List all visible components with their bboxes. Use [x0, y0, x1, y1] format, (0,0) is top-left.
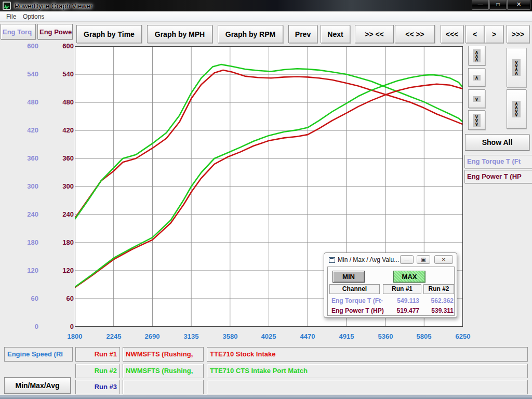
x-tick: 1800 — [57, 332, 93, 340]
y-tick-torque: 420 — [1, 126, 38, 134]
y-tick-power: 240 — [41, 210, 74, 218]
powerdyne-window: PowerDyne Graph Viewer — □ ✕ File Option… — [0, 0, 532, 399]
y-tick-power: 600 — [41, 42, 74, 50]
x-axis-channel-box[interactable]: Engine Speed (RI — [4, 347, 73, 362]
run2-file-box[interactable]: NWMSFTS (Rushing, — [123, 364, 204, 378]
run1-column-header[interactable]: Run #1 — [383, 284, 421, 294]
y-tick-torque: 480 — [1, 98, 38, 106]
chevrons-collapse-icon: ∨∨∧∧ — [512, 59, 520, 76]
y-tick-power: 420 — [41, 126, 74, 134]
minmax-window-icon — [329, 257, 335, 263]
collapse-scale-button[interactable]: ∨∨∧∧ — [507, 48, 526, 87]
scroll-up-fast-button[interactable]: ∧∧∧ — [468, 46, 485, 65]
run3-label: Run #3 — [75, 380, 120, 394]
x-tick: 4915 — [328, 332, 365, 340]
title-bar[interactable]: PowerDyne Graph Viewer — □ ✕ — [0, 0, 532, 11]
y-tick-torque: 120 — [1, 267, 38, 274]
y-tick-power: 180 — [41, 238, 74, 246]
x-tick: 5360 — [367, 332, 404, 340]
expand-scale-button[interactable]: ∧∧∨∨ — [507, 89, 526, 129]
run1-description-box[interactable]: TTE710 Stock Intake — [207, 347, 528, 362]
minmax-values-window[interactable]: Min / Max / Avg Valu... — ▣ ✕ MIN MAX Ch… — [324, 252, 457, 318]
scroll-left-button[interactable]: < — [466, 25, 484, 43]
window-title: PowerDyne Graph Viewer — [15, 2, 92, 10]
app-icon — [3, 2, 11, 10]
torque-run1-max: 549.113 — [383, 297, 419, 304]
run2-description-box[interactable]: TTE710 CTS Intake Port Match — [207, 364, 528, 378]
x-tick: 5805 — [406, 332, 442, 340]
run2-label: Run #2 — [75, 364, 120, 378]
power-row-channel: Eng Power T (HP) — [331, 307, 384, 314]
power-run2-max: 539.311 — [421, 307, 454, 314]
channel-column-header[interactable]: Channel — [329, 284, 380, 294]
x-tick: 4470 — [289, 332, 326, 340]
window-bottom-frame — [0, 395, 532, 399]
run3-file-box[interactable] — [123, 380, 204, 394]
chevron-down-icon: ∨ — [473, 96, 481, 102]
y-tick-torque: 360 — [1, 154, 38, 162]
scroll-right-button[interactable]: > — [485, 25, 503, 43]
chevron-up-triple-icon: ∧∧∧ — [473, 49, 481, 62]
y-tick-torque: 600 — [1, 42, 38, 50]
y-tick-torque: 60 — [1, 295, 38, 302]
next-button[interactable]: Next — [321, 25, 350, 43]
channel-button-power[interactable]: Eng Powe — [37, 24, 73, 39]
run1-file-box[interactable]: NWMSFTS (Rushing, — [123, 347, 204, 362]
prev-button[interactable]: Prev — [288, 25, 317, 43]
chevron-up-icon: ∧ — [473, 75, 481, 81]
legend-torque-channel[interactable]: Eng Torque T (Ft — [464, 155, 532, 168]
scroll-far-left-button[interactable]: <<< — [441, 25, 463, 43]
minmax-restore-button[interactable]: ▣ — [417, 255, 430, 264]
y-tick-torque: 0 — [1, 323, 38, 330]
scroll-far-right-button[interactable]: >>> — [507, 25, 529, 43]
min-toggle-button[interactable]: MIN — [332, 271, 365, 283]
x-tick: 3580 — [212, 332, 248, 340]
x-tick: 4025 — [250, 332, 287, 340]
menu-bar: File Options — [0, 11, 532, 22]
run3-description-box[interactable] — [207, 380, 528, 394]
y-tick-power: 480 — [41, 98, 74, 106]
y-tick-power: 120 — [41, 267, 74, 274]
y-tick-power: 60 — [41, 295, 74, 302]
y-tick-power: 0 — [41, 323, 74, 330]
run2-column-header[interactable]: Run #2 — [423, 284, 454, 294]
y-tick-power: 300 — [41, 182, 74, 190]
menu-options[interactable]: Options — [21, 12, 46, 21]
zoom-in-button[interactable]: >> << — [355, 25, 394, 43]
scroll-up-button[interactable]: ∧ — [468, 68, 485, 87]
chevrons-expand-icon: ∧∧∨∨ — [512, 101, 520, 117]
oscilloscope-icon — [4, 4, 10, 9]
torque-row-channel: Eng Torque T (Ft- — [331, 297, 383, 304]
torque-run2-max: 562.362 — [421, 297, 454, 304]
run1-label: Run #1 — [75, 347, 120, 362]
x-tick: 6250 — [445, 332, 481, 340]
chevron-down-triple-icon: ∨∨∨ — [473, 114, 481, 127]
minmax-close-button[interactable]: ✕ — [434, 255, 453, 264]
menu-file[interactable]: File — [4, 12, 18, 21]
y-tick-torque: 540 — [1, 70, 38, 78]
x-tick: 2690 — [134, 332, 170, 340]
legend-power-channel[interactable]: Eng Power T (HP — [464, 170, 532, 183]
y-tick-torque: 180 — [1, 238, 38, 246]
power-run1-max: 519.477 — [383, 307, 419, 314]
close-button[interactable]: ✕ — [507, 0, 530, 10]
graph-by-rpm-button[interactable]: Graph by RPM — [218, 25, 283, 43]
min-max-avg-button[interactable]: Min/Max/Avg — [4, 377, 71, 394]
show-all-button[interactable]: Show All — [465, 134, 529, 151]
y-tick-power: 540 — [41, 70, 74, 78]
scroll-down-fast-button[interactable]: ∨∨∨ — [468, 110, 485, 130]
minmax-window-title: Min / Max / Avg Valu... — [338, 256, 399, 263]
zoom-out-button[interactable]: << >> — [395, 25, 435, 43]
scroll-down-button[interactable]: ∨ — [468, 89, 485, 108]
x-tick: 2245 — [96, 332, 132, 340]
graph-by-mph-button[interactable]: Graph by MPH — [147, 25, 212, 43]
minimize-button[interactable]: — — [472, 0, 489, 10]
x-tick: 3135 — [173, 332, 209, 340]
graph-by-time-button[interactable]: Graph by Time — [76, 25, 142, 43]
minmax-minimize-button[interactable]: — — [400, 255, 414, 264]
y-tick-torque: 300 — [1, 182, 38, 190]
y-tick-power: 360 — [41, 154, 74, 162]
maximize-button[interactable]: □ — [489, 0, 507, 10]
max-toggle-button[interactable]: MAX — [393, 271, 425, 283]
channel-button-torque[interactable]: Eng Torq — [1, 24, 36, 39]
